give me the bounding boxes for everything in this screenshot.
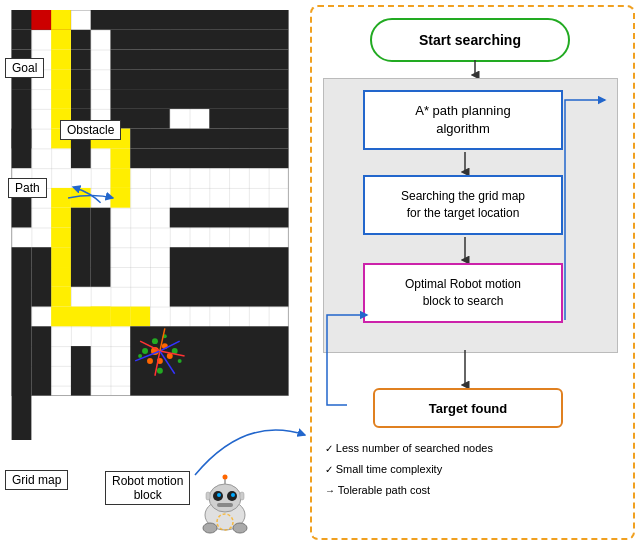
robot-motion-line1: Robot motion — [112, 474, 183, 488]
benefit-2-text: Small time complexity — [336, 463, 442, 475]
svg-point-60 — [147, 358, 153, 364]
svg-rect-41 — [130, 307, 150, 327]
arrow-start-to-gray — [465, 60, 485, 80]
svg-point-79 — [217, 493, 221, 497]
svg-rect-25 — [51, 89, 71, 109]
svg-rect-42 — [12, 129, 32, 169]
robot-motion-label: Robot motion block — [105, 471, 190, 505]
arrow-astar-to-search — [455, 152, 475, 177]
svg-rect-11 — [110, 50, 288, 70]
astar-box: A* path planningalgorithm — [363, 90, 563, 150]
svg-rect-17 — [110, 89, 288, 109]
svg-rect-36 — [51, 267, 71, 287]
optimal-box: Optimal Robot motionblock to search — [363, 263, 563, 323]
svg-rect-39 — [91, 307, 111, 327]
svg-rect-49 — [130, 129, 288, 149]
benefit-3-text: Tolerable path cost — [338, 484, 430, 496]
search-grid-box: Searching the grid mapfor the target loc… — [363, 175, 563, 235]
obstacle-text: Obstacle — [67, 123, 114, 137]
start-searching-text: Start searching — [419, 32, 521, 48]
svg-rect-23 — [51, 50, 71, 70]
svg-rect-4 — [12, 30, 32, 50]
benefits-list: ✓ Less number of searched nodes ✓ Small … — [325, 438, 625, 501]
svg-rect-82 — [206, 492, 210, 500]
svg-rect-14 — [110, 69, 288, 89]
arrow-icon-3: → — [325, 485, 338, 496]
search-grid-text: Searching the grid mapfor the target loc… — [401, 188, 525, 222]
astar-text: A* path planningalgorithm — [415, 102, 510, 138]
benefit-1: ✓ Less number of searched nodes — [325, 438, 625, 459]
svg-rect-22 — [51, 30, 71, 50]
svg-point-66 — [178, 359, 182, 363]
svg-rect-16 — [71, 89, 91, 109]
svg-rect-33 — [51, 208, 71, 228]
svg-rect-37 — [51, 287, 71, 307]
arrow-optimal-to-target — [455, 350, 475, 390]
svg-point-86 — [203, 523, 217, 533]
target-found-box: Target found — [373, 388, 563, 428]
start-searching-box: Start searching — [370, 18, 570, 62]
robot-illustration — [190, 470, 260, 540]
svg-rect-52 — [170, 247, 289, 306]
arrow-target-back — [317, 310, 372, 410]
gridmap-label: Grid map — [5, 470, 68, 490]
check-icon-1: ✓ — [325, 443, 336, 454]
svg-rect-10 — [71, 50, 91, 70]
svg-rect-45 — [31, 247, 51, 306]
svg-rect-5 — [71, 30, 91, 50]
svg-point-67 — [138, 354, 142, 358]
gridmap-label-container: Grid map — [5, 470, 68, 490]
gridmap-text: Grid map — [12, 473, 61, 487]
svg-rect-83 — [240, 492, 244, 500]
svg-rect-7 — [31, 10, 51, 30]
check-icon-2: ✓ — [325, 464, 336, 475]
path-label-container: Path — [8, 178, 47, 198]
svg-point-64 — [157, 368, 163, 374]
target-found-text: Target found — [429, 401, 507, 416]
svg-rect-35 — [51, 247, 71, 267]
svg-rect-3 — [91, 10, 289, 30]
svg-rect-55 — [71, 346, 91, 395]
path-text: Path — [15, 181, 40, 195]
obstacle-label: Obstacle — [60, 120, 121, 140]
svg-rect-21 — [51, 10, 71, 30]
left-panel: Goal Obstacle Path Grid map Robot motion… — [0, 0, 310, 545]
goal-label: Goal — [5, 58, 44, 78]
svg-rect-28 — [110, 148, 130, 168]
grid-map — [10, 10, 290, 440]
benefit-1-text: Less number of searched nodes — [336, 442, 493, 454]
svg-rect-51 — [170, 208, 289, 228]
svg-point-80 — [231, 493, 235, 497]
arrow-search-to-optimal — [455, 237, 475, 265]
svg-point-85 — [223, 475, 228, 480]
svg-rect-6 — [110, 30, 288, 50]
svg-rect-47 — [71, 208, 91, 287]
benefit-2: ✓ Small time complexity — [325, 459, 625, 480]
svg-rect-40 — [110, 307, 130, 327]
svg-rect-50 — [130, 148, 288, 168]
svg-rect-20 — [209, 109, 288, 129]
benefit-3: → Tolerable path cost — [325, 480, 625, 501]
optimal-text: Optimal Robot motionblock to search — [405, 276, 521, 310]
path-arrow — [68, 188, 118, 208]
svg-point-87 — [233, 523, 247, 533]
svg-rect-34 — [51, 227, 71, 247]
svg-rect-24 — [51, 69, 71, 89]
right-panel: Start searching A* path planningalgorith… — [305, 0, 640, 545]
svg-rect-54 — [31, 326, 51, 395]
svg-point-62 — [152, 338, 158, 344]
robot-motion-line2: block — [112, 488, 183, 502]
path-label: Path — [8, 178, 47, 198]
svg-rect-44 — [12, 247, 32, 440]
svg-rect-29 — [110, 168, 130, 188]
svg-point-61 — [142, 348, 148, 354]
svg-rect-13 — [71, 69, 91, 89]
svg-rect-48 — [91, 208, 111, 287]
svg-rect-81 — [217, 503, 233, 507]
goal-text: Goal — [12, 61, 37, 75]
svg-rect-53 — [130, 326, 288, 395]
loop-back-arrow — [560, 90, 610, 330]
